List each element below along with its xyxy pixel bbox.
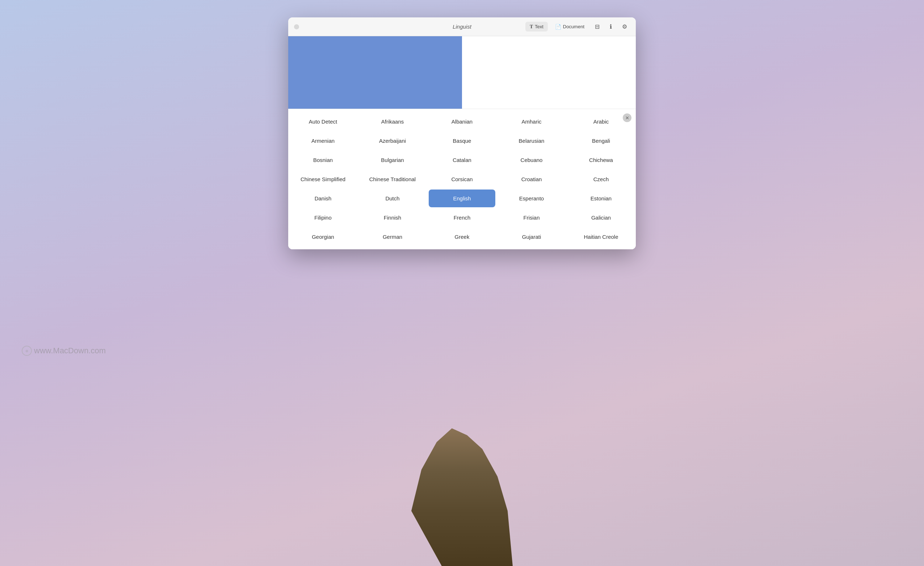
- lang-item-chichewa[interactable]: Chichewa: [568, 151, 634, 169]
- rock-decoration: [411, 428, 513, 566]
- text-label: Text: [535, 24, 543, 29]
- language-grid: Auto DetectAfrikaansAlbanianAmharicArabi…: [288, 112, 636, 246]
- settings-button[interactable]: ⚙: [619, 21, 630, 32]
- text-icon: 𝐓: [530, 24, 533, 30]
- lang-item-bengali[interactable]: Bengali: [568, 132, 634, 150]
- text-mode-button[interactable]: 𝐓 Text: [525, 22, 548, 32]
- language-dropdown: ✕ Auto DetectAfrikaansAlbanianAmharicAra…: [288, 109, 636, 249]
- lang-item-czech[interactable]: Czech: [568, 170, 634, 188]
- document-icon: 📄: [555, 24, 561, 30]
- watermark-label: www.MacDown.com: [34, 346, 106, 355]
- lang-item-french[interactable]: French: [429, 209, 495, 226]
- titlebar: Linguist 𝐓 Text 📄 Document ⊟ ℹ ⚙: [288, 17, 636, 36]
- window-controls: [294, 24, 299, 29]
- lang-item-estonian[interactable]: Estonian: [568, 190, 634, 207]
- lang-item-belarusian[interactable]: Belarusian: [498, 132, 565, 150]
- close-icon: ✕: [625, 115, 629, 120]
- app-title: Linguist: [453, 24, 471, 30]
- lang-item-frisian[interactable]: Frisian: [498, 209, 565, 226]
- lang-item-haitian-creole[interactable]: Haitian Creole: [568, 228, 634, 246]
- lang-item-finnish[interactable]: Finnish: [359, 209, 426, 226]
- lang-item-galician[interactable]: Galician: [568, 209, 634, 226]
- watermark: ⊕ www.MacDown.com: [22, 346, 106, 356]
- lang-item-bulgarian[interactable]: Bulgarian: [359, 151, 426, 169]
- target-panel[interactable]: [462, 36, 636, 109]
- lang-item-danish[interactable]: Danish: [290, 190, 356, 207]
- toolbar-right: 𝐓 Text 📄 Document ⊟ ℹ ⚙: [525, 21, 630, 32]
- lang-item-filipino[interactable]: Filipino: [290, 209, 356, 226]
- lang-item-albanian[interactable]: Albanian: [429, 113, 495, 131]
- lang-item-catalan[interactable]: Catalan: [429, 151, 495, 169]
- lang-item-croatian[interactable]: Croatian: [498, 170, 565, 188]
- lang-item-afrikaans[interactable]: Afrikaans: [359, 113, 426, 131]
- lang-item-chinese-traditional[interactable]: Chinese Traditional: [359, 170, 426, 188]
- lang-item-gujarati[interactable]: Gujarati: [498, 228, 565, 246]
- info-button[interactable]: ℹ: [605, 21, 616, 32]
- source-panel[interactable]: [288, 36, 462, 109]
- traffic-light-close[interactable]: [294, 24, 299, 29]
- layout-button[interactable]: ⊟: [592, 21, 603, 32]
- lang-item-chinese-simplified[interactable]: Chinese Simplified: [290, 170, 356, 188]
- lang-item-auto-detect[interactable]: Auto Detect: [290, 113, 356, 131]
- lang-item-cebuano[interactable]: Cebuano: [498, 151, 565, 169]
- document-mode-button[interactable]: 📄 Document: [551, 22, 589, 32]
- watermark-circle: ⊕: [22, 346, 32, 356]
- lang-item-amharic[interactable]: Amharic: [498, 113, 565, 131]
- lang-item-greek[interactable]: Greek: [429, 228, 495, 246]
- info-icon: ℹ: [610, 23, 612, 30]
- lang-item-corsican[interactable]: Corsican: [429, 170, 495, 188]
- close-dropdown-button[interactable]: ✕: [623, 113, 632, 122]
- app-window: Linguist 𝐓 Text 📄 Document ⊟ ℹ ⚙: [288, 17, 636, 249]
- lang-item-german[interactable]: German: [359, 228, 426, 246]
- layout-icon: ⊟: [595, 23, 600, 30]
- lang-item-english[interactable]: English: [429, 190, 495, 207]
- document-label: Document: [563, 24, 584, 29]
- lang-item-bosnian[interactable]: Bosnian: [290, 151, 356, 169]
- lang-item-esperanto[interactable]: Esperanto: [498, 190, 565, 207]
- lang-item-georgian[interactable]: Georgian: [290, 228, 356, 246]
- lang-item-azerbaijani[interactable]: Azerbaijani: [359, 132, 426, 150]
- translation-area: [288, 36, 636, 109]
- settings-icon: ⚙: [622, 23, 627, 30]
- lang-item-dutch[interactable]: Dutch: [359, 190, 426, 207]
- lang-item-basque[interactable]: Basque: [429, 132, 495, 150]
- lang-item-armenian[interactable]: Armenian: [290, 132, 356, 150]
